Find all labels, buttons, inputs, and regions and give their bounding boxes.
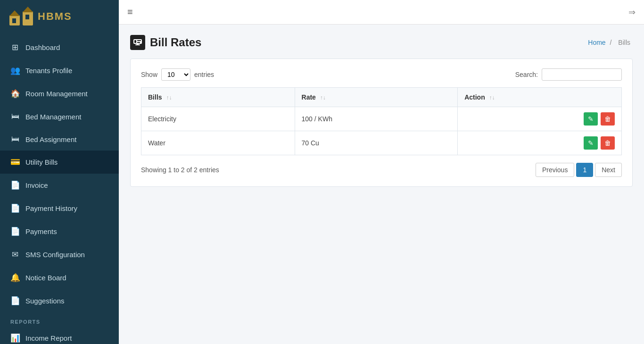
search-input[interactable]	[542, 68, 622, 81]
sidebar-item-label: Tenants Profile	[25, 67, 72, 75]
svg-rect-8	[137, 40, 141, 41]
sidebar-item-payment-history[interactable]: 📄 Payment History	[0, 197, 119, 220]
showing-entries-label: Showing 1 to 2 of 2 entries	[141, 166, 219, 174]
sidebar-item-label: Suggestions	[25, 297, 65, 305]
bill-rates-card: Show 10 25 50 100 entries Search:	[130, 59, 633, 187]
cell-bills: Electricity	[141, 107, 295, 131]
cell-action: ✎🗑	[458, 131, 622, 155]
search-label: Search:	[515, 71, 538, 78]
bed-mgmt-icon: 🛏	[10, 112, 20, 121]
svg-marker-2	[9, 10, 20, 16]
breadcrumb-row: Bill Rates Home / Bills	[130, 35, 633, 50]
sort-action-icon[interactable]: ↑↓	[489, 94, 495, 101]
app-logo-icon	[8, 7, 34, 26]
table-controls: Show 10 25 50 100 entries Search:	[141, 68, 622, 81]
menu-toggle-button[interactable]: ≡	[127, 7, 133, 17]
sidebar-item-label: Notice Board	[25, 274, 66, 282]
sidebar-item-label: Bed Assignment	[25, 135, 76, 143]
table-row: Water70 Cu✎🗑	[141, 131, 622, 155]
svg-rect-4	[12, 18, 16, 23]
page-1-button[interactable]: 1	[576, 163, 593, 177]
sidebar-item-label: Utility Bills	[25, 158, 58, 166]
col-action: Action ↑↓	[458, 88, 622, 107]
edit-button-1[interactable]: ✎	[584, 136, 598, 150]
svg-marker-3	[23, 7, 33, 12]
svg-rect-9	[137, 42, 140, 43]
sidebar-item-payments[interactable]: 📄 Payments	[0, 220, 119, 243]
cell-bills: Water	[141, 131, 295, 155]
entries-label: entries	[194, 71, 214, 78]
page-title-row: Bill Rates	[130, 35, 201, 50]
col-bills: Bills ↑↓	[141, 88, 295, 107]
col-rate: Rate ↑↓	[295, 88, 458, 107]
pagination-row: Showing 1 to 2 of 2 entries Previous 1 N…	[141, 163, 622, 177]
sidebar-item-label: Invoice	[25, 181, 48, 189]
tenants-icon: 👥	[10, 66, 20, 76]
notice-icon: 🔔	[10, 273, 20, 283]
edit-button-0[interactable]: ✎	[584, 112, 598, 126]
sidebar-navigation: ⊞ Dashboard 👥 Tenants Profile 🏠 Room Man…	[0, 36, 119, 344]
sidebar-item-invoice[interactable]: 📄 Invoice	[0, 174, 119, 197]
delete-button-0[interactable]: 🗑	[601, 112, 615, 126]
cell-action: ✎🗑	[458, 107, 622, 131]
sidebar-item-label: Income Report	[25, 334, 72, 342]
topbar: ≡ ⇒	[119, 0, 644, 25]
action-buttons: ✎🗑	[464, 136, 615, 150]
sidebar-logo: HBMS	[0, 0, 119, 33]
cell-rate: 100 / KWh	[295, 107, 458, 131]
content-area: Bill Rates Home / Bills Show 10 25 50 10…	[119, 25, 644, 344]
sort-rate-icon[interactable]: ↑↓	[320, 94, 326, 101]
sidebar-item-bed-management[interactable]: 🛏 Bed Management	[0, 105, 119, 128]
income-icon: 📊	[10, 333, 20, 343]
room-icon: 🏠	[10, 89, 20, 99]
show-entries: Show 10 25 50 100 entries	[141, 68, 214, 81]
page-title: Bill Rates	[150, 36, 201, 49]
sidebar-item-label: SMS Configuration	[25, 251, 85, 259]
reports-section-label: REPORTS	[0, 312, 119, 327]
breadcrumb: Home / Bills	[588, 39, 633, 46]
bill-rates-table: Bills ↑↓ Rate ↑↓ Action ↑↓	[141, 87, 622, 155]
suggestions-icon: 📄	[10, 296, 20, 306]
sidebar-item-sms-configuration[interactable]: ✉ SMS Configuration	[0, 243, 119, 266]
sidebar-item-label: Bed Management	[25, 113, 81, 121]
sidebar-item-income-report[interactable]: 📊 Income Report	[0, 327, 119, 344]
search-row: Search:	[515, 68, 622, 81]
svg-rect-7	[134, 40, 136, 43]
payment-history-icon: 📄	[10, 203, 20, 213]
pagination-controls: Previous 1 Next	[536, 163, 622, 177]
sidebar-item-label: Payments	[25, 227, 57, 235]
dashboard-icon: ⊞	[10, 42, 20, 52]
breadcrumb-home-link[interactable]: Home	[588, 39, 605, 46]
sidebar-item-suggestions[interactable]: 📄 Suggestions	[0, 289, 119, 312]
next-button[interactable]: Next	[595, 163, 622, 177]
breadcrumb-separator: /	[610, 39, 612, 46]
delete-button-1[interactable]: 🗑	[601, 136, 615, 150]
breadcrumb-current: Bills	[618, 39, 630, 46]
sort-bills-icon[interactable]: ↑↓	[166, 94, 172, 101]
sidebar-item-label: Room Management	[25, 90, 88, 98]
table-row: Electricity100 / KWh✎🗑	[141, 107, 622, 131]
app-name: HBMS	[38, 10, 72, 23]
main-content: ≡ ⇒ Bill Rates Home	[119, 0, 644, 344]
sidebar: HBMS ⊞ Dashboard 👥 Tenants Profile 🏠 Roo…	[0, 0, 119, 344]
sidebar-item-utility-bills[interactable]: 💳 Utility Bills	[0, 151, 119, 174]
sidebar-item-dashboard[interactable]: ⊞ Dashboard	[0, 36, 119, 59]
show-label: Show	[141, 71, 157, 78]
sidebar-item-tenants-profile[interactable]: 👥 Tenants Profile	[0, 59, 119, 82]
svg-rect-11	[137, 44, 139, 45]
cell-rate: 70 Cu	[295, 131, 458, 155]
action-buttons: ✎🗑	[464, 112, 615, 126]
utility-icon: 💳	[10, 157, 20, 167]
sidebar-item-label: Dashboard	[25, 43, 60, 51]
entries-select[interactable]: 10 25 50 100	[161, 68, 190, 81]
sms-icon: ✉	[10, 250, 20, 260]
sidebar-item-bed-assignment[interactable]: 🛏 Bed Assignment	[0, 128, 119, 151]
previous-button[interactable]: Previous	[536, 163, 574, 177]
logout-button[interactable]: ⇒	[628, 7, 636, 17]
svg-rect-5	[25, 15, 29, 19]
invoice-icon: 📄	[10, 180, 20, 190]
sidebar-item-notice-board[interactable]: 🔔 Notice Board	[0, 266, 119, 289]
sidebar-item-label: Payment History	[25, 204, 77, 212]
payments-icon: 📄	[10, 227, 20, 236]
sidebar-item-room-management[interactable]: 🏠 Room Management	[0, 82, 119, 105]
